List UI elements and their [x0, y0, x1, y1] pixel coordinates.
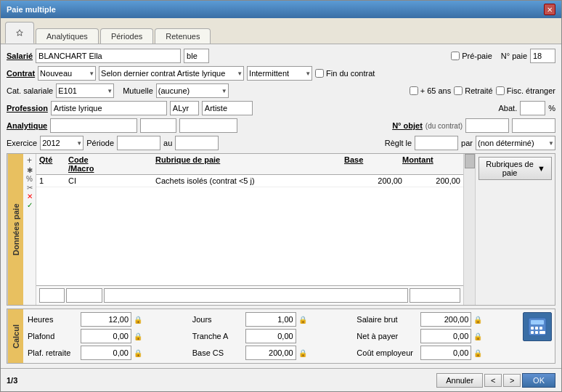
mutuelle-select-wrapper: (aucune) ▼ [156, 83, 229, 98]
base-cs-label: Base CS [192, 348, 243, 357]
cat-select-wrapper: E101 ▼ [56, 83, 114, 98]
contrat-row: Contrat Nouveau ▼ Selon dernier contrat … [7, 66, 555, 81]
n-paie-input[interactable] [530, 49, 555, 63]
window-title: Paie multiple [7, 5, 56, 14]
row-macro [112, 176, 155, 185]
contrat-select-wrapper: Nouveau ▼ [38, 66, 96, 81]
bottom-bar: 1/3 Annuler < > OK [1, 368, 561, 391]
contrat-select[interactable]: Nouveau [38, 66, 96, 81]
rubriques-arrow-icon: ▼ [537, 164, 545, 173]
jours-input[interactable] [245, 312, 296, 327]
heures-input[interactable] [81, 312, 131, 327]
par-label: par [461, 139, 473, 147]
calcul-section: Calcul Heures 🔒 Jours 🔒 Salaire brut [7, 309, 555, 364]
plafond-input[interactable] [81, 329, 131, 343]
plafond-field: Plafond 🔒 [28, 329, 187, 343]
calcul-sidebar-label: Calcul [7, 309, 23, 363]
svg-rect-3 [535, 327, 538, 330]
profession-code-input[interactable] [170, 101, 199, 115]
plaf-retraite-input[interactable] [81, 346, 131, 360]
salaire-brut-field: Salaire brut 🔒 [357, 312, 516, 327]
toolbar-plus-icon[interactable]: + [27, 155, 32, 166]
calculator-button[interactable] [523, 312, 552, 341]
header-base: Base [344, 155, 402, 173]
toolbar-x-icon[interactable]: ✕ [27, 192, 33, 200]
table-row[interactable]: 1 CI Cachets isolés (contrat <5 j) 200,0… [36, 175, 463, 187]
salaire-brut-label: Salaire brut [357, 315, 418, 324]
analytique-input1[interactable] [50, 118, 137, 133]
salaire-brut-input[interactable] [420, 312, 471, 327]
header-code: Code /Macro [68, 155, 112, 173]
toolbar-check-icon[interactable]: ✓ [27, 201, 33, 209]
net-a-payer-input[interactable] [420, 329, 471, 343]
title-bar: Paie multiple ✕ [1, 1, 561, 18]
analytique-input2[interactable] [140, 118, 176, 133]
table-input-base[interactable] [410, 288, 460, 303]
row-qte: 1 [39, 176, 68, 185]
annuler-button[interactable]: Annuler [436, 373, 483, 388]
cout-employeur-label: Coût employeur [357, 348, 418, 357]
prev-button[interactable]: < [484, 374, 502, 387]
cat-select[interactable]: E101 [56, 83, 114, 98]
fin-contrat-checkbox[interactable] [315, 69, 324, 78]
mutuelle-label: Mutuelle [123, 86, 153, 95]
salarie-code-input[interactable] [184, 49, 209, 63]
cat-label: Cat. salariale [7, 86, 53, 95]
mutuelle-select[interactable]: (aucune) [156, 83, 229, 98]
exercice-row: Exercice 2012 ▼ Période au Règlt le par … [7, 136, 555, 150]
pre-paie-checkbox[interactable] [451, 52, 460, 60]
plaf-retraite-field: Plaf. retraite 🔒 [28, 346, 187, 360]
page-info: 1/3 [7, 376, 17, 385]
tab-periodes[interactable]: Périodes [100, 28, 153, 44]
tranche-a-label: Tranche A [192, 332, 243, 340]
toolbar-star-icon[interactable]: ✱ [27, 166, 33, 174]
cout-employeur-input[interactable] [420, 346, 471, 360]
table-header: Qté Code /Macro Rubrique de paie Base Mo… [36, 154, 463, 175]
exercice-select[interactable]: 2012 [40, 136, 84, 150]
n-objet-input1[interactable] [465, 118, 509, 133]
analytique-label: Analytique [7, 121, 47, 130]
salarie-name-input[interactable] [36, 49, 181, 63]
cout-employeur-field: Coût employeur 🔒 [357, 346, 516, 360]
retraite-checkbox[interactable] [454, 86, 463, 95]
row-montant: 200,00 [402, 176, 460, 185]
contrat-type-select[interactable]: Intermittent [247, 66, 312, 81]
next-button[interactable]: > [503, 374, 521, 387]
n-objet-input2[interactable] [512, 118, 555, 133]
table-input-code[interactable] [66, 288, 102, 303]
svg-rect-5 [531, 331, 534, 334]
reglt-par-wrapper: (non déterminé) ▼ [476, 136, 555, 150]
toolbar-scissor-icon[interactable]: ✂ [27, 184, 33, 192]
svg-rect-4 [539, 327, 542, 330]
donnees-sidebar-label: Données paie [7, 154, 23, 305]
table-scrollbar[interactable] [463, 154, 475, 305]
tab-main[interactable] [5, 22, 34, 44]
tab-retenues[interactable]: Retenues [155, 28, 211, 44]
fisc-label: Fisc. étranger [507, 86, 555, 95]
periode-from-input[interactable] [117, 136, 160, 150]
reglt-par-select[interactable]: (non déterminé) [476, 136, 555, 150]
table-input-rubrique[interactable] [104, 288, 408, 303]
toolbar-percent-icon[interactable]: % [26, 175, 33, 183]
profession-desc-input[interactable] [202, 101, 253, 115]
abat-label: Abat. [499, 104, 518, 113]
abat-input[interactable] [520, 101, 545, 115]
rubriques-button[interactable]: Rubriques de paie ▼ [478, 157, 552, 180]
contrat-desc-select[interactable]: Selon dernier contrat Artiste lyrique [99, 66, 244, 81]
ok-button[interactable]: OK [522, 373, 555, 388]
fisc-checkbox[interactable] [496, 86, 505, 95]
base-cs-input[interactable] [245, 346, 296, 360]
plus65-checkbox[interactable] [410, 86, 418, 95]
tranche-a-input[interactable] [245, 329, 296, 343]
close-button[interactable]: ✕ [544, 4, 555, 15]
periode-to-input[interactable] [175, 136, 219, 150]
tab-analytiques[interactable]: Analytiques [36, 28, 99, 44]
salaire-brut-lock-icon: 🔒 [473, 316, 482, 324]
svg-rect-1 [531, 320, 544, 324]
cout-employeur-lock-icon: 🔒 [473, 349, 482, 357]
donnees-section: Données paie + ✱ % ✂ ✕ ✓ [7, 153, 555, 306]
profession-input[interactable] [51, 101, 167, 115]
reglt-le-input[interactable] [415, 136, 458, 150]
analytique-input3[interactable] [179, 118, 237, 133]
table-input-qte[interactable] [39, 288, 65, 303]
